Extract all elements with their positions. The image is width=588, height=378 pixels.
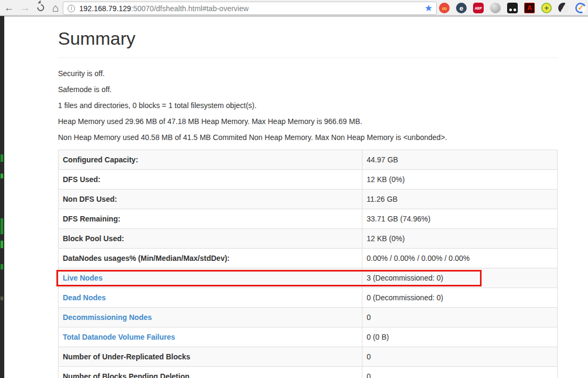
extension-icons-row: ∞ e ABP A + ✓ [439,3,586,13]
security-status-line: Security is off. [58,70,558,77]
domino-dot [514,9,516,11]
page-title: Summary [58,28,558,49]
table-row-blocks-pending-deletion: Number of Blocks Pending Deletion 0 [59,367,557,378]
table-row-datanode-usages: DataNodes usages% (Min/Median/Max/stdDev… [59,249,557,268]
row-value: 0 [362,347,557,366]
background-window-strip [0,16,4,378]
row-label: Block Pool Used: [59,229,362,248]
address-bar[interactable]: i 192.168.79.129:50070/dfshealth.html#ta… [63,2,437,15]
row-label: Number of Blocks Pending Deletion [59,367,362,378]
refresh-button[interactable] [34,1,47,15]
e-extension-icon[interactable]: e [456,3,467,13]
bookmark-star-icon[interactable]: ★ [425,3,433,14]
adblock-plus-extension-icon[interactable]: ABP [473,3,484,13]
back-button[interactable]: ← [2,1,16,15]
row-label: DFS Used: [59,170,362,189]
row-value: 44.97 GB [362,150,557,169]
volume-failures-link[interactable]: Total Datanode Volume Failures [59,327,362,347]
row-label: DataNodes usages% (Min/Median/Max/stdDev… [59,249,362,268]
row-label: Configured Capacity: [59,150,362,169]
forward-button[interactable]: → [18,1,32,15]
row-value: 3 (Decommissioned: 0) [362,268,557,287]
sphere-extension-icon[interactable] [490,3,501,13]
browser-window: ← → ⌂ i 192.168.79.129:50070/dfshealth.h… [0,0,588,378]
refresh-icon [36,3,45,12]
row-value: 0 [362,308,557,327]
domino-dot [509,9,512,11]
page-content: Summary Security is off. Safemode is off… [4,17,588,378]
table-row-under-replicated-blocks: Number of Under-Replicated Blocks 0 [59,347,557,367]
dead-nodes-link[interactable]: Dead Nodes [59,288,362,307]
row-value: 33.71 GB (74.96%) [362,209,557,228]
row-value: 11.26 GB [362,190,557,209]
domino-extension-icon[interactable] [507,3,518,13]
row-value: 12 KB (0%) [362,229,557,248]
infinity-extension-icon[interactable]: ∞ [439,3,450,13]
non-heap-memory-line: Non Heap Memory used 40.58 MB of 41.5 MB… [58,134,558,141]
table-row-dfs-remaining: DFS Remaining: 33.71 GB (74.96%) [59,209,557,229]
info-icon[interactable]: i [68,5,75,12]
url-path: :50070/dfshealth.html#tab-overview [131,4,249,13]
row-value: 12 KB (0%) [362,170,557,189]
decommissioning-nodes-link[interactable]: Decommissioning Nodes [59,308,362,327]
row-value: 0 [362,367,557,378]
row-value: 0 (Decommissioned: 0) [362,288,557,307]
home-button[interactable]: ⌂ [48,1,62,15]
table-row-configured-capacity: Configured Capacity: 44.97 GB [59,150,557,170]
title-divider [58,57,558,58]
row-label: Number of Under-Replicated Blocks [59,347,362,366]
filesystem-objects-line: 1 files and directories, 0 blocks = 1 to… [58,102,558,109]
url-text: 192.168.79.129:50070/dfshealth.html#tab-… [79,4,249,13]
table-row-dead-nodes: Dead Nodes 0 (Decommissioned: 0) [59,288,557,308]
row-value: 0.00% / 0.00% / 0.00% / 0.00% [362,249,557,268]
safemode-status-line: Safemode is off. [58,86,558,93]
live-nodes-link[interactable]: Live Nodes [59,268,362,287]
check-glyph: ✓ [577,3,584,12]
adobe-pdf-extension-icon[interactable]: A [524,3,535,13]
table-row-block-pool-used: Block Pool Used: 12 KB (0%) [59,229,557,249]
table-row-dfs-used: DFS Used: 12 KB (0%) [59,170,557,190]
check-circle-extension-icon[interactable]: ✓ [574,1,587,15]
row-label: DFS Remaining: [59,209,362,228]
row-value: 0 (0 B) [362,327,557,347]
table-row-decommissioning-nodes: Decommissioning Nodes 0 [59,308,557,327]
heap-memory-line: Heap Memory used 29.96 MB of 47.18 MB He… [58,118,558,125]
summary-table: Configured Capacity: 44.97 GB DFS Used: … [58,150,558,378]
table-row-live-nodes: Live Nodes 3 (Decommissioned: 0) [59,268,557,288]
table-row-volume-failures: Total Datanode Volume Failures 0 (0 B) [59,327,557,347]
green-plus-extension-icon[interactable]: + [541,3,552,13]
url-host: 192.168.79.129 [79,4,131,13]
cat-extension-icon[interactable] [558,3,569,13]
browser-toolbar: ← → ⌂ i 192.168.79.129:50070/dfshealth.h… [0,0,588,17]
row-label: Non DFS Used: [59,190,362,209]
table-row-non-dfs-used: Non DFS Used: 11.26 GB [59,190,557,209]
